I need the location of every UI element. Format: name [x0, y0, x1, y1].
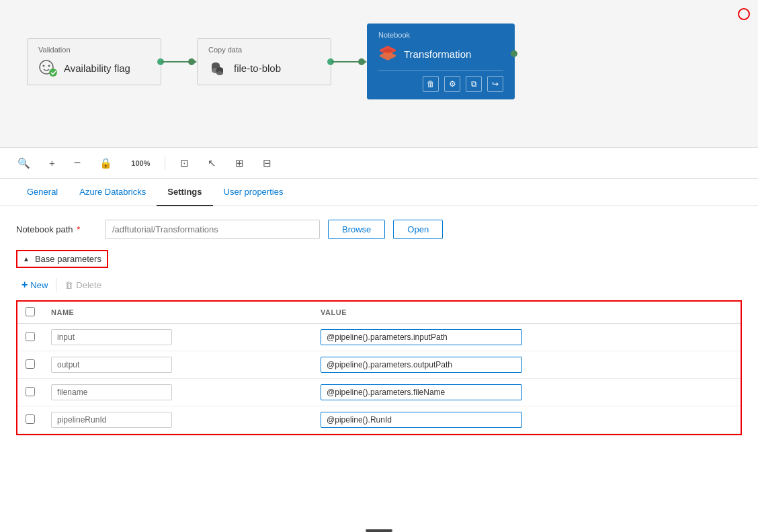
fit-icon: ⊡ — [180, 157, 189, 169]
clone-node-button[interactable]: ⧉ — [466, 76, 482, 92]
node-body: Availability flag — [38, 59, 150, 78]
pipeline-flow: Validation Availability flag — [27, 24, 515, 99]
drag-handle[interactable] — [366, 529, 392, 532]
notebook-path-label: Notebook path * — [16, 224, 97, 234]
validation-node[interactable]: Validation Availability flag — [27, 38, 161, 85]
row-checkbox-2[interactable] — [26, 387, 35, 396]
notebook-node[interactable]: Notebook Transformation 🗑 ⚙ ⧉ ↪ — [367, 24, 515, 99]
node-type-label: Notebook — [378, 31, 503, 39]
grid-icon: ⊞ — [235, 157, 244, 169]
cursor-icon: ↖ — [208, 157, 216, 169]
row-checkbox-cell — [17, 379, 43, 406]
layout-button[interactable]: ⊟ — [259, 154, 276, 172]
open-button[interactable]: Open — [393, 220, 443, 239]
header-value: VALUE — [312, 302, 741, 324]
row-name-cell — [43, 406, 312, 434]
svg-point-1 — [43, 64, 45, 66]
row-checkbox-3[interactable] — [26, 414, 35, 424]
node-name: Transformation — [404, 48, 471, 60]
row-checkbox-0[interactable] — [26, 332, 35, 341]
zoom-icon: 100% — [131, 159, 150, 167]
node-name: file-to-blob — [234, 62, 281, 74]
row-checkbox-cell — [17, 406, 43, 434]
table-header-row: NAME VALUE — [17, 302, 741, 324]
row-value-cell — [312, 351, 741, 379]
param-name-input-3[interactable] — [51, 412, 172, 428]
param-name-input-0[interactable] — [51, 329, 172, 345]
copy-icon — [208, 59, 227, 78]
delete-node-button[interactable]: 🗑 — [423, 76, 439, 92]
toolbar-sep-1 — [165, 157, 165, 170]
row-value-cell — [312, 406, 741, 434]
param-name-input-2[interactable] — [51, 384, 172, 400]
grid-button[interactable]: ⊞ — [231, 154, 248, 172]
row-name-cell — [43, 351, 312, 379]
header-checkbox-cell — [17, 302, 43, 324]
settings-node-button[interactable]: ⚙ — [444, 76, 460, 92]
row-name-cell — [43, 379, 312, 406]
trash-icon: 🗑 — [65, 280, 73, 290]
row-checkbox-1[interactable] — [26, 359, 35, 369]
select-all-checkbox[interactable] — [26, 307, 35, 316]
fit-page-button[interactable]: ⊡ — [176, 154, 193, 172]
row-value-cell — [312, 379, 741, 406]
param-value-input-3[interactable] — [321, 412, 522, 428]
chevron-icon: ▲ — [23, 255, 30, 263]
databricks-icon — [378, 44, 397, 63]
svg-point-2 — [48, 64, 50, 66]
param-name-input-1[interactable] — [51, 357, 172, 373]
node-type-label: Copy data — [208, 46, 320, 54]
params-table-container: NAME VALUE — [16, 300, 742, 435]
param-value-input-2[interactable] — [321, 384, 522, 400]
tab-user-properties[interactable]: User properties — [213, 179, 294, 206]
zoom-button[interactable]: 100% — [127, 157, 154, 170]
notebook-path-row: Notebook path * Browse Open — [16, 220, 742, 239]
plus-icon: + — [49, 157, 55, 169]
svg-point-3 — [49, 69, 57, 77]
table-row — [17, 379, 741, 406]
node-body: file-to-blob — [208, 59, 320, 78]
connector-1 — [161, 58, 197, 65]
plus-icon: + — [22, 279, 28, 291]
tab-settings[interactable]: Settings — [157, 179, 212, 206]
pipeline-canvas: Validation Availability flag — [0, 0, 758, 148]
delete-param-button[interactable]: 🗑 Delete — [59, 277, 107, 293]
params-action-buttons: + New 🗑 Delete — [16, 276, 742, 294]
base-parameters-label: Base parameters — [35, 254, 101, 264]
row-name-cell — [43, 324, 312, 351]
cursor-button[interactable]: ↖ — [204, 154, 220, 172]
tab-bar: General Azure Databricks Settings User p… — [0, 179, 758, 206]
required-indicator: * — [75, 224, 81, 234]
node-action-bar: 🗑 ⚙ ⧉ ↪ — [378, 70, 503, 92]
row-checkbox-cell — [17, 324, 43, 351]
node-type-label: Validation — [38, 46, 150, 54]
new-param-button[interactable]: + New — [16, 276, 53, 294]
status-indicator — [738, 8, 750, 20]
output-port — [511, 50, 517, 57]
browse-button[interactable]: Browse — [328, 220, 385, 239]
lock-icon: 🔒 — [99, 157, 112, 169]
remove-button[interactable]: − — [70, 153, 85, 173]
toolbar: 🔍 + − 🔒 100% ⊡ ↖ ⊞ ⊟ — [0, 148, 758, 179]
params-table: NAME VALUE — [17, 302, 741, 434]
table-row — [17, 324, 741, 351]
lock-button[interactable]: 🔒 — [95, 154, 116, 172]
base-parameters-header[interactable]: ▲ Base parameters — [16, 250, 108, 268]
header-name: NAME — [43, 302, 312, 324]
add-button[interactable]: + — [45, 154, 59, 171]
tab-general[interactable]: General — [16, 179, 69, 206]
param-value-input-0[interactable] — [321, 329, 522, 345]
connector-2 — [331, 58, 367, 65]
validation-icon — [38, 59, 57, 78]
row-value-cell — [312, 324, 741, 351]
svg-point-9 — [216, 71, 223, 75]
node-name: Availability flag — [64, 62, 130, 74]
row-checkbox-cell — [17, 351, 43, 379]
tab-azure-databricks[interactable]: Azure Databricks — [69, 179, 157, 206]
notebook-path-input[interactable] — [105, 220, 320, 239]
table-row — [17, 351, 741, 379]
search-button[interactable]: 🔍 — [13, 154, 34, 172]
copy-node[interactable]: Copy data file-to-blob — [197, 38, 331, 85]
param-value-input-1[interactable] — [321, 357, 522, 373]
run-node-button[interactable]: ↪ — [487, 76, 503, 92]
